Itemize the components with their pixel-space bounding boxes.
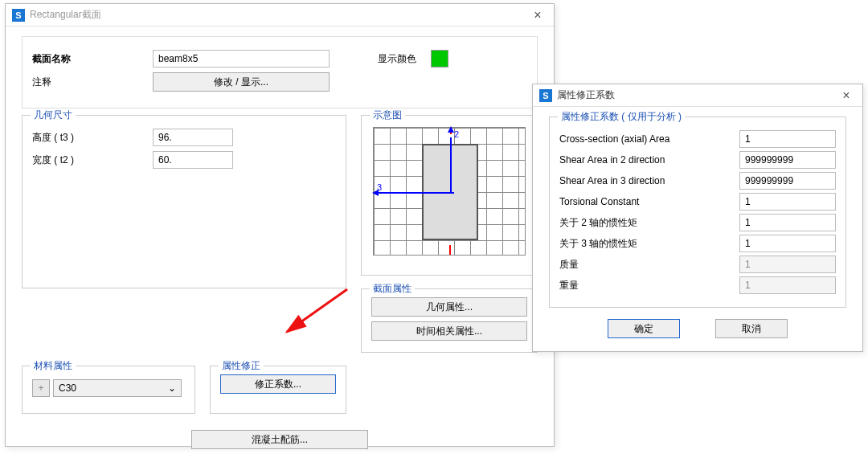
app-icon: S (539, 89, 552, 102)
section-prop-group: 截面属性 几何属性... 时间相关属性... (361, 288, 538, 353)
material-value: C30 (59, 382, 76, 394)
modifier-field-row: Cross-section (axial) Area (559, 129, 836, 149)
rebar-button[interactable]: 混凝土配筋... (191, 430, 368, 449)
width-label: 宽度 ( t2 ) (32, 153, 153, 167)
modifier-field-row: Shear Area in 2 direction (559, 149, 836, 170)
modifier-field-label: 重量 (559, 279, 739, 292)
close-icon[interactable]: × (837, 86, 856, 105)
modifier-fields-group: 属性修正系数 ( 仅用于分析 ) Cross-section (axial) A… (549, 117, 846, 308)
section-sketch: 2 3 (373, 127, 526, 256)
height-label: 高度 ( t3 ) (32, 131, 153, 145)
modifier-field-label: Shear Area in 2 direction (559, 154, 739, 166)
modifier-field-input (739, 276, 836, 294)
axis-2-label: 2 (454, 129, 459, 139)
material-group: 材料属性 + C30 ⌄ (22, 366, 195, 414)
app-icon: S (12, 9, 25, 22)
modifier-field-input (739, 256, 836, 273)
modifier-field-label: 质量 (559, 258, 739, 272)
modifier-field-label: 关于 2 轴的惯性矩 (559, 216, 739, 230)
section-prop-legend: 截面属性 (370, 282, 415, 296)
display-color-label: 显示颜色 (378, 52, 416, 66)
modifier-legend: 属性修正 (219, 359, 264, 373)
height-input[interactable] (153, 129, 233, 146)
modifier-button[interactable]: 修正系数... (220, 374, 336, 394)
color-swatch[interactable] (431, 50, 448, 67)
top-group: 截面名称 显示颜色 注释 修改 / 显示... (22, 36, 538, 108)
modifier-dialog-title: 属性修正系数 (557, 88, 837, 102)
chevron-down-icon: ⌄ (168, 382, 176, 394)
modifier-field-row: 关于 2 轴的惯性矩 (559, 212, 836, 233)
modifier-field-input[interactable] (739, 193, 836, 211)
add-material-button[interactable]: + (32, 379, 50, 397)
rectangular-section-dialog: S Rectangular截面 × 截面名称 显示颜色 注释 修改 / 显示..… (5, 3, 555, 447)
section-name-input[interactable] (153, 50, 330, 67)
modifier-field-input[interactable] (739, 235, 836, 252)
modifier-field-input[interactable] (739, 172, 836, 190)
modifier-group: 属性修正 修正系数... (210, 366, 346, 414)
dialog-title: Rectangular截面 (30, 8, 528, 22)
sketch-legend: 示意图 (370, 108, 405, 122)
time-prop-button[interactable]: 时间相关属性... (371, 321, 527, 341)
axis-3-label: 3 (377, 182, 382, 192)
geometry-legend: 几何尺寸 (31, 108, 76, 122)
material-legend: 材料属性 (31, 359, 76, 373)
geom-prop-button[interactable]: 几何属性... (371, 297, 527, 317)
modifier-field-label: Torsional Constant (559, 196, 739, 207)
modifier-title-bar: S 属性修正系数 × (533, 84, 862, 107)
modifier-field-row: 质量 (559, 254, 836, 275)
title-bar: S Rectangular截面 × (6, 4, 554, 27)
modifier-field-input[interactable] (739, 130, 836, 148)
sketch-group: 示意图 2 3 (361, 115, 538, 276)
modifier-field-row: 重量 (559, 275, 836, 296)
modifier-field-input[interactable] (739, 151, 836, 169)
modifier-field-label: Shear Area in 3 direction (559, 175, 739, 186)
annotation-label: 注释 (32, 76, 153, 89)
modifier-cancel-button[interactable]: 取消 (715, 319, 788, 338)
modify-show-button[interactable]: 修改 / 显示... (153, 72, 330, 92)
modifier-field-row: Shear Area in 3 direction (559, 170, 836, 191)
material-combo[interactable]: C30 ⌄ (53, 379, 182, 397)
close-icon[interactable]: × (528, 6, 547, 25)
modifier-dialog: S 属性修正系数 × 属性修正系数 ( 仅用于分析 ) Cross-sectio… (532, 84, 863, 352)
modifier-field-row: Torsional Constant (559, 191, 836, 212)
modifier-field-label: 关于 3 轴的惯性矩 (559, 237, 739, 251)
section-name-label: 截面名称 (32, 52, 153, 66)
modifier-field-label: Cross-section (axial) Area (559, 133, 739, 145)
modifier-field-row: 关于 3 轴的惯性矩 (559, 233, 836, 254)
modifier-fields-legend: 属性修正系数 ( 仅用于分析 ) (558, 110, 685, 124)
geometry-group: 几何尺寸 高度 ( t3 ) 宽度 ( t2 ) (22, 115, 346, 288)
width-input[interactable] (153, 151, 233, 169)
modifier-ok-button[interactable]: 确定 (608, 319, 680, 338)
modifier-field-input[interactable] (739, 214, 836, 231)
